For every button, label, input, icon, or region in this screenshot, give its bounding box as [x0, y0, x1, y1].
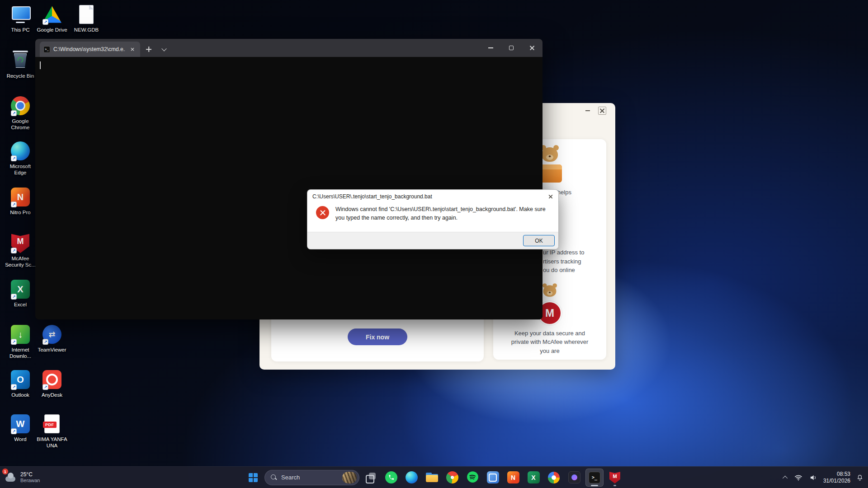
search-daily-image[interactable] — [342, 472, 357, 483]
edge-button[interactable] — [402, 469, 420, 487]
desktop-icon-label: Microsoft Edge — [3, 163, 38, 176]
error-x-glyph — [320, 210, 326, 216]
search-box[interactable]: Search — [264, 470, 359, 485]
mcafee-letter: M — [545, 307, 554, 319]
terminal-button[interactable]: >_ — [585, 469, 604, 487]
minimize-button[interactable] — [480, 39, 501, 57]
desktop-icon-teamviewer[interactable]: ⇄ TeamViewer — [33, 324, 71, 353]
desktop-icon-label: Google Chrome — [3, 118, 38, 131]
desktop-icon-label: Nitro Pro — [10, 209, 30, 216]
clock-widget[interactable]: 08:53 31/01/2026 — [823, 471, 850, 484]
desktop-icon-label: Excel — [14, 301, 27, 308]
ok-button[interactable]: OK — [523, 235, 555, 246]
shortcut-arrow-icon — [11, 384, 17, 390]
notification-bell-icon — [856, 474, 863, 481]
close-icon[interactable] — [598, 107, 606, 115]
spotify-button[interactable] — [463, 469, 481, 487]
mcafee-shield-icon: M — [609, 471, 620, 483]
nitro-button[interactable]: N — [504, 469, 522, 487]
promo-text-line: ou do online — [543, 266, 600, 275]
speaker-icon — [809, 474, 817, 482]
windows-logo-icon — [249, 473, 258, 482]
tab-dropdown-button[interactable] — [157, 42, 171, 56]
wifi-icon — [794, 474, 802, 482]
volume-button[interactable] — [808, 473, 818, 483]
terminal-window: >_ C:\Windows\system32\cmd.e... — [35, 39, 542, 319]
bear-muzzle — [546, 155, 553, 160]
close-button[interactable] — [522, 39, 542, 57]
desktop-icon-nitro-pro[interactable]: N Nitro Pro — [1, 186, 40, 216]
chrome-button[interactable] — [443, 469, 461, 487]
task-view-button[interactable] — [362, 469, 380, 487]
weather-widget[interactable]: 1 25°C Berawan — [5, 467, 40, 488]
maximize-button[interactable] — [501, 39, 522, 57]
desktop-icon-anydesk[interactable]: AnyDesk — [33, 369, 71, 398]
new-tab-button[interactable] — [142, 42, 156, 56]
terminal-tab[interactable]: >_ C:\Windows\system32\cmd.e... — [40, 42, 140, 57]
bear-figure — [542, 284, 557, 298]
pdf-file-icon: PDF — [44, 414, 60, 433]
desktop-icon-label: BIMA YANFA UNA — [35, 436, 69, 449]
desktop-icon-mcafee[interactable]: M McAfee Security Sc... — [1, 232, 40, 268]
excel-button[interactable]: X — [524, 469, 542, 487]
minimize-glyph — [585, 110, 590, 111]
tab-close-icon[interactable] — [128, 45, 137, 53]
tray-date: 31/01/2026 — [823, 478, 850, 484]
desktop-icon-label: NEW.GDB — [74, 27, 99, 33]
shortcut-arrow-icon — [42, 384, 48, 390]
excel-letter: X — [17, 284, 23, 295]
desktop-icon-google-chrome[interactable]: Google Chrome — [1, 95, 40, 131]
bear-muzzle — [547, 291, 553, 296]
desktop-icon-label: This PC — [11, 27, 30, 33]
notification-badge: 1 — [2, 468, 9, 475]
desktop-icon-bima-pdf[interactable]: PDF BIMA YANFA UNA — [33, 413, 71, 449]
shortcut-arrow-icon — [11, 339, 17, 345]
phone-glyph — [388, 474, 395, 481]
fix-now-button[interactable]: Fix now — [348, 328, 407, 345]
network-button[interactable] — [793, 473, 803, 483]
mcafee-letter: M — [17, 237, 24, 246]
close-glyph — [599, 108, 605, 113]
tray-time: 08:53 — [823, 471, 850, 478]
dialog-message: Windows cannot find 'C:\Users\USER\.tenj… — [335, 205, 547, 222]
mcafee-button[interactable]: M — [606, 469, 624, 487]
close-glyph — [529, 45, 535, 51]
desktop-icon-excel[interactable]: X Excel — [1, 278, 40, 308]
dialog-body: Windows cannot find 'C:\Users\USER\.tenj… — [307, 203, 558, 222]
weather-condition: Berawan — [20, 478, 40, 483]
dialog-title: C:\Users\USER\.tenjo\start_tenjo_backgro… — [312, 193, 543, 200]
nitro-letter: N — [17, 192, 24, 202]
word-letter: W — [16, 419, 25, 429]
promo-text-3: Keep your data secure and private with M… — [509, 329, 591, 356]
document-file-icon — [79, 5, 94, 24]
bear-figure — [540, 145, 560, 164]
desktop-screen: This PC Google Drive NEW.GDB Recycle Bin… — [0, 0, 868, 488]
file-explorer-button[interactable] — [423, 469, 441, 487]
media-app-button[interactable] — [565, 469, 583, 487]
desktop-icon-label: Outlook — [11, 392, 29, 398]
chrome-icon — [446, 471, 458, 483]
desktop-icon-new-gdb[interactable]: NEW.GDB — [67, 4, 106, 33]
minimize-icon[interactable] — [584, 107, 592, 115]
desktop-icon-label: Recycle Bin — [7, 73, 34, 79]
mcafee-letter: M — [613, 474, 617, 479]
minimize-glyph — [488, 47, 493, 48]
start-button[interactable] — [244, 469, 262, 487]
shortcut-arrow-icon — [42, 339, 48, 345]
dialog-footer: OK — [307, 232, 558, 249]
google-app-button[interactable] — [545, 469, 563, 487]
excel-letter: X — [531, 474, 535, 481]
error-dialog: C:\Users\USER\.tenjo\start_tenjo_backgro… — [307, 189, 559, 249]
whatsapp-button[interactable] — [382, 469, 400, 487]
terminal-content[interactable] — [35, 57, 542, 319]
desktop-icon-google-drive[interactable]: Google Drive — [33, 4, 71, 33]
terminal-icon: >_ — [589, 472, 600, 483]
outlook-letter: O — [17, 375, 24, 385]
dialog-close-icon[interactable] — [543, 190, 558, 203]
desktop-icon-microsoft-edge[interactable]: Microsoft Edge — [1, 140, 40, 176]
weather-text: 25°C Berawan — [20, 471, 40, 484]
tray-chevron-button[interactable] — [783, 475, 788, 480]
desktop-icon-recycle-bin[interactable]: Recycle Bin — [1, 50, 40, 79]
notification-button[interactable] — [855, 473, 864, 482]
photos-button[interactable] — [484, 469, 502, 487]
